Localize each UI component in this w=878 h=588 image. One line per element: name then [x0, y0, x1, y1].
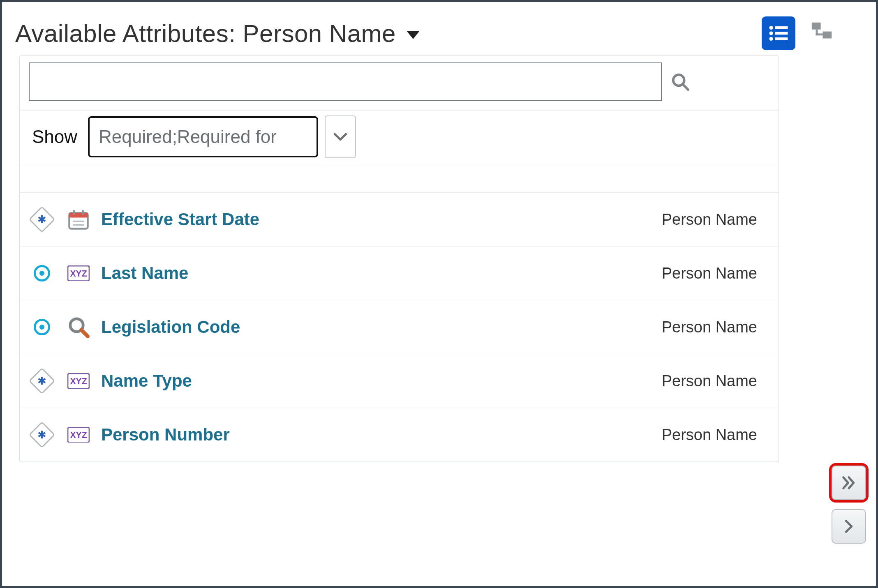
list-view-button[interactable]	[762, 16, 795, 50]
text-xyz-icon: XYZ	[67, 263, 90, 283]
filter-value-text: Required;Required for	[99, 127, 277, 147]
search-icon	[671, 72, 690, 91]
chevron-down-icon	[407, 31, 420, 39]
list-icon	[767, 22, 790, 44]
attribute-name-link[interactable]: Last Name	[101, 263, 188, 283]
svg-point-0	[769, 26, 773, 30]
filter-row: Show Required;Required for	[20, 110, 779, 165]
svg-point-2	[769, 32, 773, 35]
tree-view-button[interactable]	[809, 21, 834, 46]
required-diamond-icon: ✱	[31, 424, 53, 445]
required-diamond-icon: ✱	[31, 209, 53, 230]
filter-dropdown-button[interactable]	[325, 115, 356, 158]
shuttle-buttons	[832, 466, 866, 544]
attribute-row-left: ✱Effective Start Date	[31, 209, 259, 230]
attribute-row[interactable]: XYZLast NamePerson Name	[20, 247, 779, 300]
svg-text:XYZ: XYZ	[70, 269, 87, 278]
list-header-spacer	[20, 165, 779, 193]
attribute-name-link[interactable]: Person Number	[101, 425, 230, 445]
svg-rect-1	[775, 26, 788, 29]
attribute-name-link[interactable]: Legislation Code	[101, 317, 240, 337]
view-toggle-group	[762, 16, 834, 50]
attribute-name-link[interactable]: Name Type	[101, 371, 192, 391]
panel-frame: Available Attributes: Person Name	[0, 0, 878, 588]
filter-value[interactable]: Required;Required for	[88, 116, 318, 157]
svg-rect-5	[775, 37, 788, 40]
attribute-row[interactable]: ✱Effective Start DatePerson Name	[20, 193, 779, 247]
svg-rect-6	[812, 23, 821, 30]
attribute-row[interactable]: Legislation CodePerson Name	[20, 300, 779, 354]
move-right-button[interactable]	[832, 509, 866, 544]
header: Available Attributes: Person Name	[15, 11, 863, 55]
text-xyz-icon: XYZ	[67, 425, 90, 445]
attribute-group: Person Name	[662, 426, 757, 444]
svg-rect-9	[823, 32, 832, 39]
attribute-row-left: ✱XYZPerson Number	[31, 424, 230, 445]
filter-label: Show	[32, 127, 77, 147]
svg-line-11	[683, 84, 688, 90]
move-all-right-button[interactable]	[832, 466, 866, 500]
attribute-list: ✱Effective Start DatePerson NameXYZLast …	[20, 193, 779, 462]
panel-title: Available Attributes: Person Name	[15, 19, 396, 48]
svg-text:XYZ: XYZ	[70, 430, 87, 440]
attribute-row-left: Legislation Code	[31, 316, 240, 338]
svg-point-4	[769, 37, 773, 41]
double-chevron-right-icon	[841, 475, 857, 491]
tree-icon	[809, 21, 834, 44]
required-for-radio-icon	[31, 316, 53, 338]
required-diamond-icon: ✱	[31, 370, 53, 392]
lookup-icon	[67, 317, 90, 337]
chevron-right-icon	[841, 518, 857, 535]
required-for-radio-icon	[31, 263, 53, 284]
svg-rect-13	[69, 213, 88, 217]
attribute-group: Person Name	[662, 211, 757, 228]
search-row	[20, 56, 779, 110]
calendar-icon	[67, 210, 90, 229]
attributes-panel: Show Required;Required for ✱Effective St…	[19, 55, 779, 462]
attribute-row[interactable]: ✱XYZName TypePerson Name	[20, 354, 779, 408]
attribute-row[interactable]: ✱XYZPerson NumberPerson Name	[20, 408, 779, 462]
attribute-row-left: ✱XYZName Type	[31, 370, 192, 392]
svg-rect-3	[775, 32, 788, 35]
search-button[interactable]	[670, 71, 691, 92]
attribute-row-left: XYZLast Name	[31, 263, 188, 284]
attribute-group: Person Name	[662, 265, 757, 282]
attribute-group: Person Name	[662, 318, 757, 336]
svg-rect-8	[816, 33, 823, 35]
text-xyz-icon: XYZ	[67, 371, 90, 391]
chevron-down-icon	[333, 132, 347, 142]
attribute-name-link[interactable]: Effective Start Date	[101, 210, 259, 229]
attribute-group: Person Name	[662, 372, 757, 390]
search-input[interactable]	[29, 62, 662, 101]
title-dropdown[interactable]: Available Attributes: Person Name	[15, 19, 420, 48]
svg-text:XYZ: XYZ	[70, 376, 87, 386]
svg-line-21	[81, 330, 88, 337]
